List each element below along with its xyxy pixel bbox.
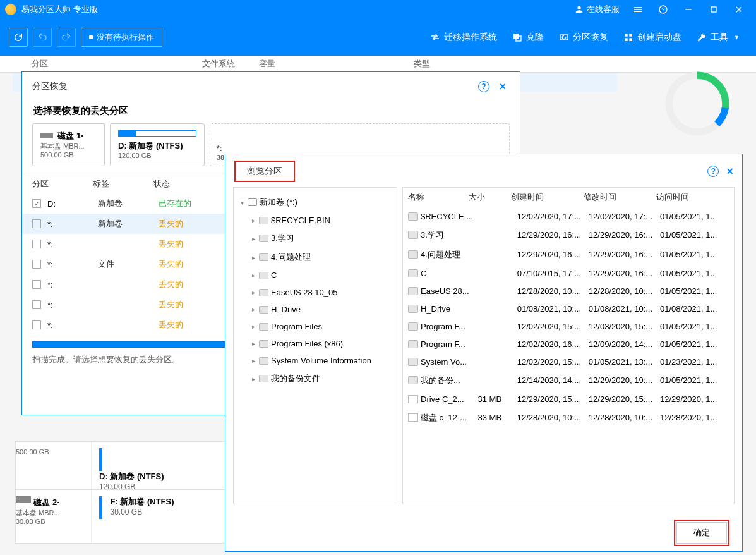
- file-row[interactable]: EaseUS 28...12/28/2020, 10:...12/28/2020…: [403, 282, 734, 300]
- undo-button[interactable]: [33, 28, 52, 47]
- migrate-os-button[interactable]: 迁移操作系统: [423, 28, 505, 47]
- file-row[interactable]: C07/10/2015, 17:...12/29/2020, 16:...01/…: [403, 264, 734, 282]
- pending-ops-label: 没有待执行操作: [97, 32, 154, 43]
- minimize-button[interactable]: [676, 0, 700, 19]
- redo-button[interactable]: [57, 28, 76, 47]
- tree-root-node[interactable]: ▾ 新加卷 (*:): [236, 193, 394, 212]
- dialog-help-button[interactable]: ?: [707, 166, 719, 177]
- file-row[interactable]: 3.学习12/29/2020, 16:...12/29/2020, 16:...…: [403, 225, 734, 245]
- chevron-right-icon: ▸: [250, 272, 256, 279]
- checkbox[interactable]: [32, 320, 41, 329]
- recovery-icon: [559, 32, 569, 42]
- svg-rect-7: [625, 34, 628, 37]
- undo-icon: [37, 32, 47, 42]
- online-support-label: 在线客服: [587, 4, 620, 15]
- dialog-close-button[interactable]: ×: [496, 80, 510, 94]
- chevron-right-icon: ▸: [250, 323, 256, 330]
- hdd-icon: [16, 496, 31, 503]
- file-list[interactable]: 名称 大小 创建时间 修改时间 访问时间 $RECYCLE....12/02/2…: [402, 187, 735, 504]
- tree-node[interactable]: ▸Program Files (x86): [236, 335, 394, 352]
- tree-node[interactable]: ▸EaseUS 28 10_05: [236, 284, 394, 301]
- online-support-button[interactable]: 在线客服: [569, 4, 625, 15]
- dialog-help-button[interactable]: ?: [477, 80, 491, 94]
- donut-chart-icon: [662, 68, 733, 139]
- folder-icon: [408, 376, 418, 384]
- checkbox[interactable]: [32, 219, 41, 228]
- file-row[interactable]: 磁盘 c_12-...33 MB12/28/2020, 10:...12/28/…: [403, 408, 734, 427]
- tree-node[interactable]: ▸我的备份文件: [236, 369, 394, 388]
- clone-icon: [512, 32, 522, 42]
- col-partition: 分区: [32, 58, 202, 70]
- refresh-button[interactable]: [9, 28, 28, 47]
- folder-tree[interactable]: ▾ 新加卷 (*:) ▸$RECYCLE.BIN▸3.学习▸4.问题处理▸C▸E…: [233, 187, 397, 504]
- tools-button[interactable]: 工具▼: [689, 28, 747, 47]
- clone-button[interactable]: 克隆: [505, 28, 551, 47]
- help-icon: ?: [658, 4, 668, 15]
- tree-node[interactable]: ▸3.学习: [236, 229, 394, 248]
- file-icon: [408, 413, 418, 422]
- svg-rect-9: [625, 38, 628, 41]
- partition-card[interactable]: D: 新加卷 (NTFS) 120.00 GB: [110, 123, 205, 166]
- grid-icon: [623, 32, 633, 42]
- folder-icon: [259, 272, 268, 279]
- svg-rect-3: [711, 7, 716, 12]
- tree-node[interactable]: ▸Program Files: [236, 318, 394, 335]
- ok-button[interactable]: 确定: [676, 522, 727, 544]
- chevron-right-icon: ▸: [250, 357, 256, 364]
- drive-icon: [248, 198, 257, 206]
- folder-icon: [408, 287, 418, 295]
- folder-icon: [408, 212, 418, 221]
- checkbox[interactable]: [32, 260, 41, 269]
- folder-icon: [259, 375, 268, 382]
- checkbox[interactable]: [32, 280, 41, 289]
- col-capacity: 容量: [259, 58, 414, 70]
- folder-icon: [259, 306, 268, 314]
- partition-recovery-button[interactable]: 分区恢复: [551, 28, 616, 47]
- person-icon: [574, 4, 584, 15]
- file-row[interactable]: Drive C_2...31 MB12/29/2020, 15:...12/29…: [403, 390, 734, 408]
- folder-icon: [259, 289, 268, 296]
- file-row[interactable]: 4.问题处理12/29/2020, 16:...12/29/2020, 16:.…: [403, 245, 734, 264]
- menu-button[interactable]: [626, 0, 650, 19]
- grid-header: 分区 文件系统 容量 类型: [0, 56, 756, 73]
- chevron-right-icon: ▸: [250, 289, 256, 296]
- file-row[interactable]: 我的备份...12/14/2020, 14:...12/29/2020, 19:…: [403, 370, 734, 390]
- checkbox[interactable]: ✓: [32, 199, 41, 208]
- disk-card[interactable]: 磁盘 1· 基本盘 MBR... 500.00 GB: [32, 123, 105, 166]
- chevron-down-icon: ▾: [239, 199, 245, 206]
- tree-node[interactable]: ▸System Volume Information: [236, 352, 394, 369]
- ok-button-highlight: 确定: [674, 520, 729, 546]
- folder-icon: [408, 305, 418, 313]
- folder-icon: [259, 357, 268, 365]
- tree-node[interactable]: ▸4.问题处理: [236, 248, 394, 267]
- file-list-header: 名称 大小 创建时间 修改时间 访问时间: [403, 188, 734, 207]
- file-row[interactable]: Program F...12/02/2020, 15:...12/03/2020…: [403, 317, 734, 335]
- svg-rect-2: [685, 9, 691, 9]
- maximize-button[interactable]: [702, 0, 726, 19]
- tree-node[interactable]: ▸H_Drive: [236, 301, 394, 318]
- chevron-right-icon: ▸: [250, 254, 256, 261]
- redo-icon: [61, 32, 71, 42]
- chevron-right-icon: ▸: [250, 375, 256, 382]
- file-row[interactable]: H_Drive01/08/2021, 10:...01/08/2021, 10:…: [403, 300, 734, 317]
- refresh-icon: [13, 32, 23, 42]
- folder-icon: [259, 340, 268, 348]
- folder-icon: [259, 323, 268, 331]
- tree-node[interactable]: ▸C: [236, 267, 394, 284]
- app-title: 易我分区大师 专业版: [21, 4, 569, 15]
- folder-icon: [408, 250, 418, 259]
- checkbox[interactable]: [32, 300, 41, 309]
- file-row[interactable]: System Vo...12/02/2020, 15:...01/05/2021…: [403, 353, 734, 370]
- tree-node[interactable]: ▸$RECYCLE.BIN: [236, 212, 394, 229]
- svg-rect-8: [629, 34, 632, 37]
- dialog-close-button[interactable]: ×: [726, 165, 733, 178]
- folder-icon: [408, 358, 418, 366]
- close-button[interactable]: [727, 0, 751, 19]
- boot-disk-button[interactable]: 创建启动盘: [616, 28, 689, 47]
- file-row[interactable]: $RECYCLE....12/02/2020, 17:...12/02/2020…: [403, 207, 734, 225]
- help-button[interactable]: ?: [651, 0, 675, 19]
- file-row[interactable]: Program F...12/02/2020, 16:...12/09/2020…: [403, 335, 734, 353]
- migrate-icon: [430, 32, 440, 42]
- checkbox[interactable]: [32, 240, 41, 248]
- minimize-icon: [683, 4, 693, 15]
